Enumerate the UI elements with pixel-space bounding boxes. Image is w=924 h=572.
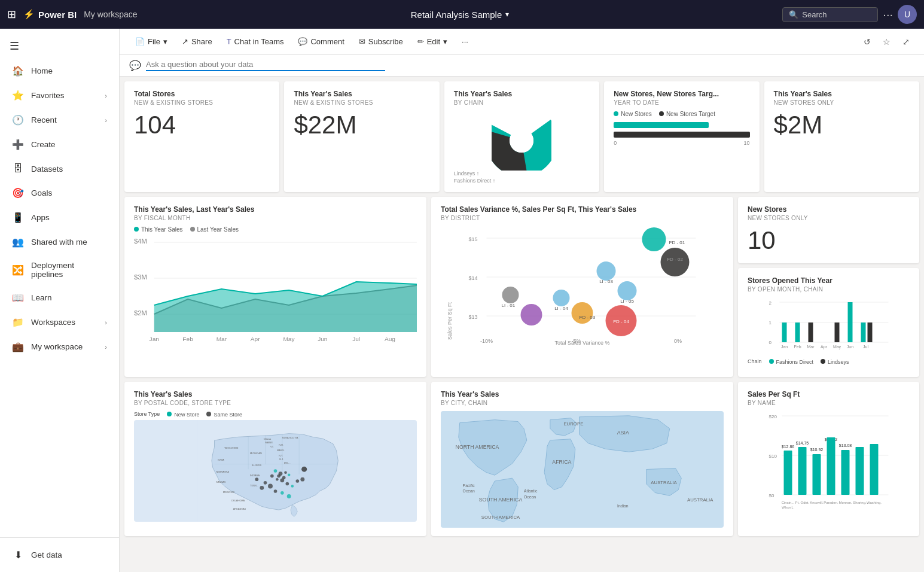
card-subtitle: BY DISTRICT bbox=[441, 215, 724, 221]
svg-point-111 bbox=[301, 467, 307, 472]
svg-text:$20: $20 bbox=[769, 414, 777, 419]
more-options-icon[interactable]: ··· bbox=[883, 8, 893, 22]
sidebar-item-workspaces[interactable]: 📁 Workspaces › bbox=[2, 311, 117, 334]
card-title: This Year's Sales bbox=[774, 90, 910, 98]
edit-button[interactable]: ✏ Edit ▾ bbox=[411, 34, 453, 49]
datasets-icon: 🗄 bbox=[12, 163, 24, 174]
dashboard-row1: Total Stores NEW & EXISTING STORES 104 T… bbox=[124, 81, 919, 192]
svg-text:LI - 01: LI - 01 bbox=[502, 303, 516, 308]
comment-button[interactable]: 💬 Comment bbox=[292, 34, 350, 49]
svg-point-100 bbox=[286, 482, 289, 486]
expand-button[interactable]: ⤢ bbox=[898, 34, 914, 50]
svg-text:KANSAS: KANSAS bbox=[216, 480, 225, 483]
pie-chart bbox=[454, 111, 590, 171]
subscribe-button[interactable]: ✉ Subscribe bbox=[353, 34, 409, 49]
more-options-button[interactable]: ··· bbox=[456, 34, 474, 49]
svg-text:ARKANSAS: ARKANSAS bbox=[233, 507, 246, 510]
workspaces-icon: 📁 bbox=[12, 317, 24, 328]
refresh-button[interactable]: ↺ bbox=[859, 34, 876, 50]
home-icon: 🏠 bbox=[12, 65, 24, 77]
search-box[interactable]: 🔍 Search bbox=[782, 7, 878, 22]
share-button[interactable]: ↗ Share bbox=[176, 34, 218, 49]
sidebar-item-datasets[interactable]: 🗄 Datasets bbox=[2, 157, 117, 180]
svg-point-108 bbox=[260, 486, 264, 490]
card-subtitle: NEW & EXISTING STORES bbox=[134, 99, 270, 106]
svg-rect-52 bbox=[795, 322, 800, 342]
sidebar-item-label: Get data bbox=[31, 550, 62, 559]
svg-point-94 bbox=[277, 474, 280, 478]
svg-text:Ocean: Ocean bbox=[463, 489, 475, 494]
sidebar-item-favorites[interactable]: ⭐ Favorites › bbox=[2, 84, 117, 107]
chain-label-fashions: Fashions Direct ↑ bbox=[454, 178, 590, 184]
sidebar-item-recent[interactable]: 🕐 Recent › bbox=[2, 108, 117, 132]
sidebar-item-apps[interactable]: 📱 Apps bbox=[2, 206, 117, 229]
sidebar-item-home[interactable]: 🏠 Home bbox=[2, 59, 117, 83]
svg-point-98 bbox=[276, 478, 279, 481]
main-layout: ☰ 🏠 Home ⭐ Favorites › 🕐 Recent › ➕ Crea… bbox=[0, 29, 924, 572]
svg-text:LI - 04: LI - 04 bbox=[554, 306, 568, 311]
svg-text:May: May bbox=[833, 345, 841, 349]
svg-text:MISSOURI: MISSOURI bbox=[223, 491, 235, 494]
dashboard: Total Stores NEW & EXISTING STORES 104 T… bbox=[120, 77, 924, 572]
legend-fashions: Fashions Direct bbox=[776, 359, 814, 365]
svg-text:NORTH AMERICA: NORTH AMERICA bbox=[456, 444, 499, 450]
svg-text:Atlantic: Atlantic bbox=[524, 489, 538, 494]
svg-text:Jan: Jan bbox=[781, 345, 788, 349]
dashboard-row3: This Year's Sales BY POSTAL CODE, STORE … bbox=[124, 382, 919, 536]
card-subtitle: BY NAME bbox=[748, 400, 910, 406]
svg-text:May: May bbox=[283, 336, 294, 342]
svg-text:MAINE: MAINE bbox=[266, 441, 273, 444]
svg-rect-141 bbox=[841, 450, 850, 495]
create-icon: ➕ bbox=[12, 139, 24, 150]
svg-rect-137 bbox=[784, 451, 792, 495]
file-button[interactable]: 📄 File ▾ bbox=[129, 34, 173, 49]
favorite-button[interactable]: ☆ bbox=[878, 34, 895, 50]
legend-last-year: Last Year Sales bbox=[197, 226, 239, 233]
expand-icon: ⤢ bbox=[902, 37, 910, 47]
chat-teams-button[interactable]: T Chat in Teams bbox=[221, 34, 290, 49]
card-sales-per-sqft: Sales Per Sq Ft BY NAME $20 $10 $0 bbox=[738, 382, 919, 536]
svg-text:ASIA: ASIA bbox=[617, 430, 629, 436]
workspace-label[interactable]: My workspace bbox=[84, 10, 137, 19]
grid-icon[interactable]: ⊞ bbox=[7, 8, 16, 21]
sidebar-item-create[interactable]: ➕ Create bbox=[2, 133, 117, 156]
svg-point-99 bbox=[270, 474, 274, 478]
sidebar-item-label: Apps bbox=[31, 213, 50, 222]
sidebar-item-my-workspace[interactable]: 💼 My workspace › bbox=[2, 335, 117, 358]
svg-text:MICHIGAN: MICHIGAN bbox=[250, 452, 262, 455]
svg-point-109 bbox=[280, 491, 284, 495]
card-title: New Stores bbox=[748, 205, 910, 214]
user-avatar[interactable]: U bbox=[898, 5, 917, 24]
card-sales-by-month: This Year's Sales, Last Year's Sales BY … bbox=[124, 197, 426, 377]
stores-opened-chart: 2 1 0 bbox=[748, 297, 910, 357]
sidebar-item-goals[interactable]: 🎯 Goals bbox=[2, 181, 117, 205]
svg-text:0: 0 bbox=[769, 340, 772, 345]
favorites-icon: ⭐ bbox=[12, 90, 24, 101]
svg-point-34 bbox=[502, 287, 519, 303]
sidebar-item-learn[interactable]: 📖 Learn bbox=[2, 286, 117, 309]
sidebar-item-label: Deployment pipelines bbox=[31, 261, 107, 279]
ask-icon: 💬 bbox=[129, 60, 141, 71]
svg-point-2 bbox=[510, 129, 533, 153]
svg-text:1: 1 bbox=[769, 320, 772, 325]
ask-input[interactable] bbox=[146, 60, 385, 71]
toolbar-right: ↺ ☆ ⤢ bbox=[859, 34, 914, 50]
svg-text:Sharing.: Sharing. bbox=[853, 501, 867, 504]
file-icon: 📄 bbox=[135, 37, 145, 46]
svg-text:FD - 02: FD - 02 bbox=[667, 257, 683, 262]
more-dots-label: ··· bbox=[462, 37, 468, 46]
svg-text:EUROPE: EUROPE bbox=[563, 421, 583, 427]
sidebar-item-deployment-pipelines[interactable]: 🔀 Deployment pipelines bbox=[2, 255, 117, 285]
svg-rect-53 bbox=[809, 322, 813, 342]
svg-text:INDIANA: INDIANA bbox=[250, 474, 260, 477]
recent-icon: 🕐 bbox=[12, 114, 24, 126]
sidebar-item-shared-with-me[interactable]: 👥 Shared with me bbox=[2, 230, 117, 254]
toolbar: 📄 File ▾ ↗ Share T Chat in Teams 💬 Comme… bbox=[120, 29, 924, 55]
svg-text:Jul: Jul bbox=[863, 345, 868, 349]
card-value: 104 bbox=[134, 111, 270, 139]
svg-text:Knoxvill.: Knoxvill. bbox=[810, 501, 824, 504]
title-chevron-icon[interactable]: ▾ bbox=[505, 10, 509, 19]
sidebar-item-get-data[interactable]: ⬇ Get data bbox=[2, 543, 117, 567]
hamburger-icon[interactable]: ☰ bbox=[0, 34, 119, 59]
legend-this-year: This Year Sales bbox=[141, 226, 183, 233]
